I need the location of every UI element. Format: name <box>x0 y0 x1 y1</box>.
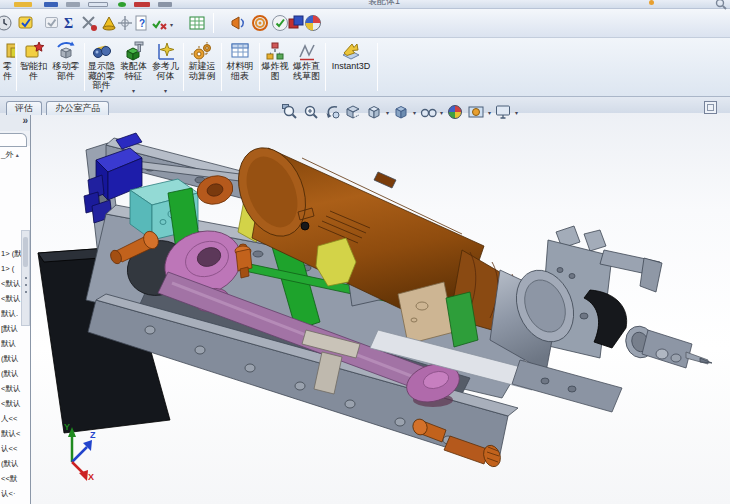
show-hidden-components-icon <box>91 40 113 62</box>
dropdown-arrow-icon[interactable]: ▾ <box>164 87 167 94</box>
zoom-to-area-icon[interactable] <box>302 103 320 121</box>
design-table-icon[interactable] <box>187 13 207 33</box>
smart-fasteners-button[interactable]: 智能扣 件 <box>18 40 49 94</box>
tree-item[interactable]: 人<< <box>1 411 31 426</box>
search-icon[interactable] <box>714 0 728 10</box>
cm-separator <box>183 43 184 91</box>
exploded-view-icon <box>264 40 286 62</box>
insert-components-icon <box>0 40 15 62</box>
interference-detection-icon[interactable] <box>79 13 99 33</box>
tree-item[interactable]: 默认 <box>1 336 31 351</box>
smart-fasteners-icon <box>23 40 45 62</box>
collapse-arrow-icon[interactable]: ▴ <box>16 152 19 158</box>
edrawings-icon[interactable] <box>303 13 323 33</box>
exploded-view-button[interactable]: 爆炸视 图 <box>261 40 289 94</box>
z-axis-label: Z <box>90 430 96 440</box>
explode-line-sketch-icon <box>296 40 318 62</box>
display-style-dropdown[interactable]: ▾ <box>413 109 416 116</box>
y-axis-label: Y <box>64 422 70 432</box>
part-needle-assembly[interactable] <box>621 322 712 368</box>
options-icon[interactable] <box>134 2 150 7</box>
edit-appearance-icon[interactable] <box>446 103 464 121</box>
search-flag-icon <box>649 0 654 5</box>
bill-of-materials-icon <box>229 40 251 62</box>
svg-text:?: ? <box>139 18 145 29</box>
dropdown-arrow-icon[interactable]: ▾ <box>132 87 135 94</box>
new-motion-study-button[interactable]: 新建运 动算例 <box>185 40 219 94</box>
reference-geometry-button[interactable]: 参考几 何体 ▾ <box>150 40 181 94</box>
appearance-horn-icon[interactable] <box>228 13 248 33</box>
print-icon[interactable] <box>66 2 80 7</box>
rebuild-icon[interactable] <box>88 2 108 7</box>
splitter-grip-dot <box>25 291 27 293</box>
cm-separator <box>377 43 378 91</box>
save-icon[interactable] <box>44 2 58 7</box>
performance-icon[interactable] <box>0 13 14 33</box>
insert-components-button-clipped[interactable]: 零 件 <box>0 40 15 94</box>
expand-panel-chevron[interactable]: » <box>22 116 28 126</box>
verify-dropdown[interactable]: ▾ <box>170 21 173 28</box>
hide-show-items-icon[interactable] <box>419 103 437 121</box>
design-checker-icon[interactable] <box>16 13 36 33</box>
tree-item[interactable]: (默认 <box>1 456 31 471</box>
tab-evaluate[interactable]: 评估 <box>6 101 42 115</box>
reference-geometry-icon <box>155 40 177 62</box>
tab-office-products[interactable]: 办公室产品 <box>46 101 109 115</box>
tree-item[interactable]: 认<· <box>1 486 31 501</box>
view-settings-icon[interactable] <box>494 103 512 121</box>
open-icon[interactable] <box>14 2 32 7</box>
tree-item[interactable]: 默认< <box>1 426 31 441</box>
panel-splitter[interactable] <box>21 230 30 326</box>
toolbar-separator <box>213 13 214 33</box>
tree-item[interactable]: (默认 <box>1 351 31 366</box>
zoom-to-fit-icon[interactable] <box>281 103 299 121</box>
splitter-grip-dot <box>25 284 27 286</box>
realview-icon[interactable] <box>250 13 270 33</box>
orientation-triad[interactable]: Y Z X <box>52 420 98 482</box>
command-manager: 零 件 智能扣 件 移动零 部件 显示隐 藏的零 部件 ▾ 装配体 特征 ▾ <box>0 38 730 96</box>
feature-tree-root[interactable]: _外 ▴ <box>1 149 19 160</box>
explode-line-sketch-button[interactable]: 爆炸直 线草图 <box>290 40 323 94</box>
view-orientation-icon[interactable] <box>365 103 383 121</box>
view-orientation-dropdown[interactable]: ▾ <box>386 109 389 116</box>
dropdown-arrow-icon[interactable]: ▾ <box>100 87 103 94</box>
tree-item[interactable]: <<默 <box>1 471 31 486</box>
hide-show-items-dropdown[interactable]: ▾ <box>440 109 443 116</box>
tree-item[interactable]: <默认 <box>1 396 31 411</box>
move-component-button[interactable]: 移动零 部件 <box>50 40 82 94</box>
tree-item[interactable]: <默认 <box>1 381 31 396</box>
feature-manager-tab[interactable] <box>0 133 27 147</box>
show-hidden-components-button[interactable]: 显示隐 藏的零 部件 ▾ <box>86 40 117 94</box>
sketch-check-icon[interactable] <box>42 13 62 33</box>
scrollbar-thumb[interactable] <box>23 237 28 267</box>
previous-view-icon[interactable] <box>323 103 341 121</box>
heads-up-view-toolbar: ▾ ▾ ▾ ▾ ▾ <box>281 100 518 124</box>
help-icon[interactable] <box>158 2 172 7</box>
task-pane-toggle[interactable] <box>704 101 717 114</box>
document-title: 装配体1 <box>368 0 400 8</box>
cm-separator <box>259 43 260 91</box>
cm-separator <box>325 43 326 91</box>
task-pane-icon <box>707 104 714 111</box>
tree-item[interactable]: 认<< <box>1 441 31 456</box>
assembly-features-icon <box>123 40 145 62</box>
feature-manager-panel: » _外 ▴ 1> (默 1> ( <默认 <默认 默认. [默认 默认 (默认… <box>0 113 31 504</box>
splitter-grip-dot <box>25 277 27 279</box>
display-style-icon[interactable] <box>392 103 410 121</box>
verify-icon[interactable] <box>149 13 169 33</box>
cm-separator <box>84 43 85 91</box>
assembly-parts[interactable] <box>38 133 712 469</box>
apply-scene-dropdown[interactable]: ▾ <box>488 109 491 116</box>
assembly-features-button[interactable]: 装配体 特征 ▾ <box>118 40 149 94</box>
equations-icon[interactable]: Σ <box>60 13 80 33</box>
x-axis-label: X <box>88 472 94 482</box>
tree-item[interactable]: (默认 <box>1 366 31 381</box>
svg-text:Σ: Σ <box>64 16 73 31</box>
bill-of-materials-button[interactable]: 材料明 细表 <box>223 40 257 94</box>
section-view-icon[interactable] <box>344 103 362 121</box>
solidworks-window: Y Z X ▾ ▾ ▾ ▾ ▾ » _外 ▴ 1> (默 1> ( <默认 <默… <box>0 0 730 504</box>
instant3d-button[interactable]: Instant3D <box>327 40 375 94</box>
cm-separator <box>16 43 17 91</box>
apply-scene-icon[interactable] <box>467 103 485 121</box>
view-settings-dropdown[interactable]: ▾ <box>515 109 518 116</box>
